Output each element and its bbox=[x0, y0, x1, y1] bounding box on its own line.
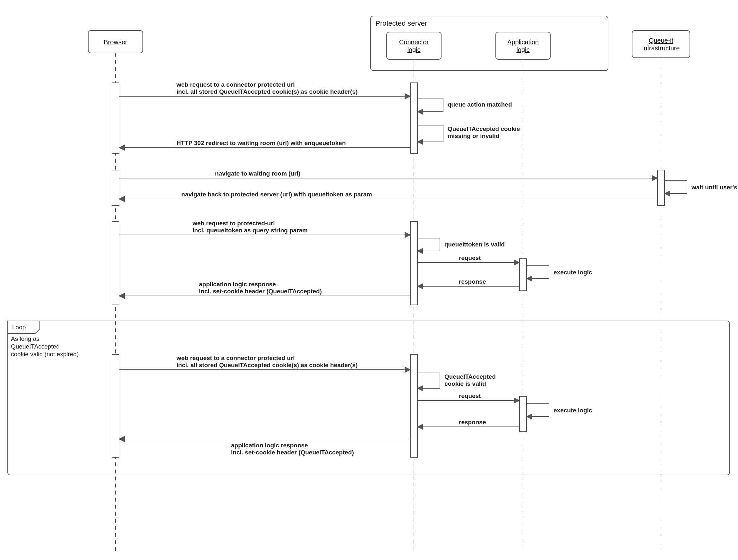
msg-L-request-app-label: request bbox=[459, 392, 481, 399]
actor-application-label2: logic bbox=[516, 46, 529, 53]
msg-response-app-label: response bbox=[459, 278, 486, 285]
actor-connector-label2: logic bbox=[407, 46, 420, 53]
msg-req-with-token-l1: web request to protected-url bbox=[192, 220, 275, 227]
self-L-cookie-valid bbox=[417, 373, 440, 388]
self-wait-turn bbox=[665, 181, 687, 194]
msg-req-with-token-l2: incl. queueitoken as query string param bbox=[193, 227, 308, 234]
msg-L-request-l1: web request to a connector protected url bbox=[176, 355, 295, 361]
actor-queueit-box bbox=[632, 30, 690, 58]
msg-app-response-l2: incl. set-cookie header (QueueITAccepted… bbox=[199, 288, 322, 295]
loop-guard-l1: As long as bbox=[11, 335, 39, 342]
msg-initial-request-l1: web request to a connector protected url bbox=[176, 81, 295, 88]
actor-queueit-label1: Queue-it bbox=[649, 37, 674, 44]
activation-queueit-1 bbox=[658, 170, 665, 205]
self-L-cookie-valid-l2: cookie is valid bbox=[444, 380, 486, 387]
msg-302-redirect-label: HTTP 302 redirect to waiting room (url) … bbox=[176, 139, 346, 146]
self-token-valid-label: queueittoken is valid bbox=[444, 241, 505, 248]
sequence-diagram: Protected server Browser Connector logic… bbox=[0, 0, 738, 560]
activation-connector-3 bbox=[410, 222, 417, 305]
activation-connector-L bbox=[410, 355, 417, 457]
activation-application-L bbox=[519, 396, 526, 432]
self-wait-turn-label: wait until user's turn bbox=[691, 184, 738, 191]
self-exec-logic-label: execute logic bbox=[554, 269, 592, 276]
protected-server-title: Protected server bbox=[375, 19, 427, 27]
msg-nav-waitingroom-label: navigate to waiting room (url) bbox=[215, 170, 300, 177]
loop-guard-l2: QueueITAccepted bbox=[11, 343, 60, 350]
msg-initial-request-l2: incl. all stored QueueITAccepted cookie(… bbox=[176, 88, 358, 95]
msg-app-response-l1: application logic response bbox=[199, 281, 276, 288]
activation-browser-3 bbox=[112, 222, 119, 305]
msg-L-app-response-l2: incl. set-cookie header (QueueITAccepted… bbox=[231, 449, 354, 456]
actor-application-box bbox=[496, 32, 550, 59]
activation-connector-1 bbox=[410, 83, 417, 154]
self-cookie-missing bbox=[417, 125, 443, 142]
actor-application-label1: Application bbox=[507, 38, 539, 46]
self-L-exec-label: execute logic bbox=[554, 407, 592, 414]
self-exec-logic bbox=[526, 266, 549, 279]
activation-browser-1 bbox=[112, 83, 119, 154]
self-cookie-missing-l2: missing or invalid bbox=[448, 132, 499, 139]
activation-application-3 bbox=[519, 259, 526, 291]
loop-guard-l3: cookie valid (not expired) bbox=[11, 351, 79, 357]
actor-connector-label1: Connector bbox=[399, 38, 429, 46]
msg-L-request-l2: incl. all stored QueueITAccepted cookie(… bbox=[176, 362, 358, 368]
self-L-exec bbox=[526, 404, 549, 416]
actor-connector-box bbox=[387, 32, 441, 59]
self-queue-action-matched bbox=[417, 99, 443, 112]
self-token-valid bbox=[417, 238, 440, 251]
actor-browser-label: Browser bbox=[104, 38, 127, 46]
self-L-cookie-valid-l1: QueueITAccepted bbox=[444, 373, 496, 380]
msg-request-app-label: request bbox=[459, 255, 481, 261]
actor-queueit-label2: infrastructure bbox=[642, 45, 680, 52]
msg-L-response-app-label: response bbox=[459, 419, 486, 426]
msg-nav-back-label: navigate back to protected server (url) … bbox=[181, 191, 372, 198]
msg-L-app-response-l1: application logic response bbox=[231, 442, 308, 449]
self-cookie-missing-l1: QueueITAccepted cookie bbox=[448, 125, 520, 132]
activation-browser-L bbox=[112, 355, 119, 457]
loop-tab-label: Loop bbox=[12, 324, 26, 330]
self-queue-action-matched-label: queue action matched bbox=[448, 101, 512, 108]
activation-browser-2 bbox=[112, 170, 119, 205]
